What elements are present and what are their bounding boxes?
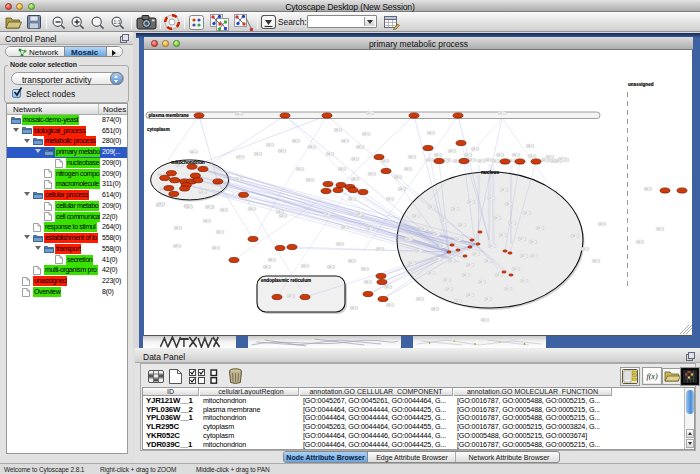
- svg-text:(ab c): (ab c): [448, 149, 456, 153]
- svg-text:(ab c): (ab c): [472, 252, 480, 256]
- svg-text:(ab c): (ab c): [296, 167, 304, 171]
- svg-text:(ab c): (ab c): [581, 247, 589, 251]
- svg-text:(ab c): (ab c): [174, 226, 182, 230]
- svg-text:(ab c): (ab c): [434, 153, 442, 157]
- svg-text:(ab c): (ab c): [636, 240, 644, 244]
- svg-text:(ab c): (ab c): [488, 244, 496, 248]
- svg-text:(ab c): (ab c): [326, 152, 334, 156]
- svg-text:(ab c): (ab c): [235, 177, 243, 181]
- svg-text:endoplasmic reticulum: endoplasmic reticulum: [261, 278, 311, 283]
- svg-text:(ab c): (ab c): [416, 297, 424, 301]
- svg-text:(ab c): (ab c): [495, 273, 503, 277]
- svg-text:(ab c): (ab c): [434, 257, 442, 261]
- svg-text:(ab c): (ab c): [508, 221, 516, 225]
- svg-text:(ab c): (ab c): [512, 153, 520, 157]
- svg-text:(ab c): (ab c): [356, 145, 364, 149]
- svg-text:(ab c): (ab c): [644, 187, 652, 191]
- svg-text:(ab c): (ab c): [341, 139, 349, 143]
- svg-text:(ab c): (ab c): [451, 207, 459, 211]
- svg-text:(ab c): (ab c): [496, 153, 504, 157]
- svg-text:(ab c): (ab c): [558, 157, 566, 161]
- svg-text:nucleus: nucleus: [481, 170, 499, 175]
- svg-text:(ab c): (ab c): [598, 222, 606, 226]
- svg-text:(ab c): (ab c): [656, 227, 664, 231]
- svg-text:(ab c): (ab c): [157, 202, 165, 206]
- svg-text:(ab c): (ab c): [455, 237, 463, 241]
- svg-text:(ab c): (ab c): [420, 227, 428, 231]
- svg-text:1:1: 1:1: [114, 19, 121, 25]
- svg-text:(ab c): (ab c): [493, 216, 501, 220]
- svg-text:(ab c): (ab c): [334, 128, 342, 132]
- svg-text:(ab c): (ab c): [185, 205, 193, 209]
- svg-text:(ab c): (ab c): [278, 149, 286, 153]
- svg-text:(ab c): (ab c): [338, 167, 346, 171]
- svg-text:(ab c): (ab c): [426, 158, 434, 162]
- svg-text:(ab c): (ab c): [412, 214, 420, 218]
- svg-text:(ab c): (ab c): [404, 167, 412, 171]
- svg-text:(ab c): (ab c): [348, 259, 356, 263]
- svg-text:(ab c): (ab c): [205, 205, 213, 209]
- svg-text:cytoplasm: cytoplasm: [147, 127, 170, 132]
- svg-text:(ab c): (ab c): [279, 214, 287, 218]
- svg-text:(ab c): (ab c): [351, 177, 359, 181]
- svg-text:(ab c): (ab c): [448, 259, 456, 263]
- svg-text:(ab c): (ab c): [484, 259, 492, 263]
- svg-text:(ab c): (ab c): [324, 212, 332, 216]
- svg-text:(ab c): (ab c): [529, 240, 537, 244]
- svg-text:(ab c): (ab c): [528, 154, 536, 158]
- svg-text:(ab c): (ab c): [173, 244, 181, 248]
- svg-text:(ab c): (ab c): [433, 232, 441, 236]
- svg-text:(ab c): (ab c): [351, 157, 359, 161]
- svg-text:(ab c): (ab c): [158, 172, 166, 176]
- svg-text:f(x): f(x): [646, 372, 657, 381]
- svg-text:(ab c): (ab c): [440, 219, 448, 223]
- svg-text:(ab c): (ab c): [443, 278, 451, 282]
- svg-text:(ab c): (ab c): [481, 318, 489, 322]
- svg-text:(ab c): (ab c): [398, 187, 406, 191]
- svg-text:(ab c): (ab c): [341, 225, 349, 229]
- svg-text:(ab c): (ab c): [454, 299, 462, 303]
- svg-text:mitochondrion: mitochondrion: [171, 160, 205, 165]
- svg-text:(ab c): (ab c): [384, 285, 392, 289]
- svg-text:(ab c): (ab c): [386, 303, 394, 307]
- svg-text:(ab c): (ab c): [415, 249, 423, 253]
- svg-text:(ab c): (ab c): [212, 246, 220, 250]
- svg-text:(ab c): (ab c): [478, 280, 486, 284]
- svg-text:(ab c): (ab c): [386, 197, 394, 201]
- svg-text:(ab c): (ab c): [292, 139, 300, 143]
- svg-text:(ab c): (ab c): [499, 233, 507, 237]
- svg-text:(ab c): (ab c): [458, 223, 466, 227]
- svg-text:(ab c): (ab c): [364, 280, 372, 284]
- svg-text:(ab c): (ab c): [248, 207, 256, 211]
- svg-text:(ab c): (ab c): [394, 175, 402, 179]
- svg-text:(ab c): (ab c): [268, 258, 276, 262]
- svg-text:(ab c): (ab c): [368, 172, 376, 176]
- svg-text:(ab c): (ab c): [431, 307, 439, 311]
- svg-text:(ab c): (ab c): [350, 306, 358, 310]
- svg-text:(ab c): (ab c): [520, 279, 528, 283]
- svg-text:(ab c): (ab c): [235, 112, 243, 116]
- svg-text:(ab c): (ab c): [504, 287, 512, 291]
- svg-text:(ab c): (ab c): [428, 205, 436, 209]
- svg-text:(ab c): (ab c): [467, 200, 475, 204]
- svg-text:(ab c): (ab c): [592, 259, 600, 263]
- svg-text:(ab c): (ab c): [366, 227, 374, 231]
- svg-text:(ab c): (ab c): [199, 190, 207, 194]
- svg-text:unassigned: unassigned: [628, 82, 654, 87]
- svg-text:(ab c): (ab c): [308, 145, 316, 149]
- svg-text:(ab c): (ab c): [518, 237, 526, 241]
- svg-text:(ab c): (ab c): [376, 247, 384, 251]
- svg-text:(ab c): (ab c): [484, 297, 492, 301]
- svg-text:(ab c): (ab c): [492, 159, 500, 163]
- svg-text:(ab c): (ab c): [236, 155, 244, 159]
- svg-text:(ab c): (ab c): [361, 267, 369, 271]
- svg-text:(ab c): (ab c): [512, 267, 520, 271]
- svg-text:(ab c): (ab c): [466, 293, 474, 297]
- svg-text:(ab c): (ab c): [571, 234, 579, 238]
- svg-text:(ab c): (ab c): [327, 265, 335, 269]
- svg-text:(ab c): (ab c): [362, 132, 370, 136]
- svg-text:(ab c): (ab c): [405, 237, 413, 241]
- svg-text:(ab c): (ab c): [520, 254, 528, 258]
- svg-text:(ab c): (ab c): [216, 230, 224, 234]
- svg-text:(ab c): (ab c): [530, 254, 538, 258]
